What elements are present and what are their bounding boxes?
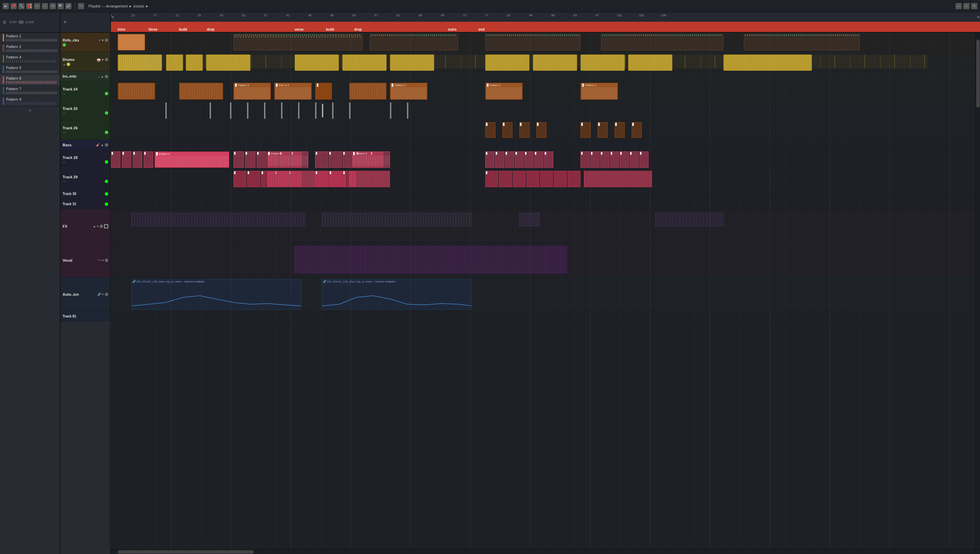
block-t26-7[interactable]: ▊	[614, 122, 625, 138]
block-t25-7[interactable]	[298, 102, 299, 119]
bass-up-icon[interactable]: ▲	[101, 143, 104, 146]
instr-up-icon[interactable]: ▲	[101, 75, 104, 78]
t30-vol-knob[interactable]	[105, 192, 108, 196]
pattern-1-item[interactable]: Pattern 1	[0, 33, 60, 43]
t29-vol-knob[interactable]	[105, 180, 108, 183]
track-26-header[interactable]: Track 26 •••	[60, 121, 110, 140]
block-t24-pattern2[interactable]: ▊ Pattern 2	[234, 83, 271, 100]
block-t26-5[interactable]: ▊	[581, 122, 591, 138]
block-refecks-2[interactable]	[234, 34, 363, 50]
block-drums-long[interactable]	[111, 53, 928, 70]
pattern-5-item[interactable]: Pattern 5	[0, 64, 60, 75]
block-t26-1[interactable]: ▊	[485, 122, 495, 138]
block-vocal-1[interactable]	[295, 246, 567, 273]
track-30-header[interactable]: Track 30	[60, 189, 110, 199]
drums-instrument-icon[interactable]: 🥁	[97, 58, 101, 62]
auto-mute-btn[interactable]	[105, 293, 108, 296]
block-fx-long[interactable]	[655, 213, 724, 226]
block-t28-small-2[interactable]: ▊	[122, 151, 131, 168]
block-automation-1[interactable]: 🔗 DS_VOLAC_125_drum_top_lo..mind – Volum…	[131, 279, 301, 310]
block-t24-4[interactable]	[349, 83, 387, 100]
fx-down-icon[interactable]: ▾	[97, 224, 99, 228]
repeat-icon[interactable]: ⟲	[50, 3, 56, 9]
block-fx-3[interactable]	[519, 213, 540, 226]
arrangement-grid[interactable]: ▊ Pattern 2 ▊ Pat..rn 2 ▊ ▊ Pattern 2 ▊ …	[111, 33, 980, 549]
block-t25-10[interactable]	[349, 102, 350, 119]
t31-vol-knob[interactable]	[105, 202, 108, 206]
block-t24-pattern2-3[interactable]: ▊ Pattern 2	[485, 83, 523, 100]
grid-row-track31[interactable]	[111, 199, 980, 209]
track-automation-header[interactable]: Auto..ion 🔗 ▾	[60, 277, 110, 311]
block-t24-pattern2-4[interactable]: ▊ Pattern 2	[581, 83, 618, 100]
block-drums-9[interactable]	[533, 54, 577, 71]
pattern-4-item[interactable]: Pattern 4	[0, 54, 60, 64]
block-drums-12[interactable]	[724, 54, 812, 71]
block-t29-long2[interactable]	[349, 171, 390, 187]
restore-icon[interactable]: □	[963, 3, 969, 9]
pattern-7-item[interactable]: Pattern 7	[0, 85, 60, 96]
track-24-header[interactable]: Track 24 •••	[60, 82, 110, 101]
block-refecks-5[interactable]	[601, 34, 724, 50]
block-drums-6[interactable]	[342, 54, 387, 71]
refecks-mute-btn[interactable]	[105, 38, 108, 42]
pattern-6-item[interactable]: Pattern 6	[0, 75, 60, 85]
block-drums-11[interactable]	[628, 54, 672, 71]
track-vocal-header[interactable]: Vocal 〜 ▾	[60, 243, 110, 277]
refecks-down-icon[interactable]: ▾	[102, 38, 104, 43]
zoom-icon[interactable]: 🔍	[57, 3, 64, 9]
block-t25-3[interactable]	[230, 102, 231, 119]
track-81-header[interactable]: Track 81	[60, 311, 110, 322]
grid-row-track26[interactable]: ▊ ▊ ▊ ▊ ▊ ▊ ▊ ▊	[111, 121, 980, 140]
block-refecks-4[interactable]	[485, 34, 581, 50]
block-automation-2[interactable]: 🔗 DS_VOLAC_125_drum_top_lo..mind – Volum…	[322, 279, 472, 310]
t24-vol-knob[interactable]	[105, 92, 108, 95]
block-t26-4[interactable]: ▊	[536, 122, 546, 138]
drums-vol-knob[interactable]	[67, 63, 70, 66]
block-t24-pattern2-2[interactable]: ▊ Pattern 2	[390, 83, 427, 100]
add-track-button[interactable]: +	[63, 19, 67, 26]
track-29-header[interactable]: Track 29 •••	[60, 169, 110, 189]
block-t25-13[interactable]	[322, 104, 323, 118]
grid-row-track81[interactable]	[111, 311, 980, 322]
vocal-down-icon[interactable]: ▾	[102, 259, 104, 262]
block-t25-11[interactable]	[390, 102, 391, 119]
ruler-scroll-right[interactable]: ▶	[977, 15, 980, 19]
fx-mute-btn[interactable]	[100, 224, 103, 228]
grid-row-track25[interactable]	[111, 101, 980, 121]
drums-up-icon[interactable]: ▲	[63, 63, 66, 66]
track-25-header[interactable]: Track 25 •••	[60, 101, 110, 121]
block-t29-long3[interactable]	[584, 171, 652, 187]
grid-row-drums[interactable]	[111, 52, 980, 72]
block-t28-pattern6[interactable]: ▊ Pattern 6	[154, 151, 229, 168]
vocal-mute-btn[interactable]	[105, 259, 108, 262]
maximize-icon[interactable]: —	[956, 3, 962, 9]
block-t25-9[interactable]	[332, 102, 334, 119]
block-refecks-1[interactable]	[118, 34, 145, 50]
fx-up-icon[interactable]: ▲	[93, 224, 96, 228]
grid-row-fx[interactable]	[111, 209, 980, 243]
horizontal-scrollbar[interactable]	[111, 549, 980, 554]
block-t25-6[interactable]	[281, 102, 282, 119]
add-pattern-button[interactable]: +	[0, 107, 60, 115]
magnet-icon[interactable]: 🧲	[26, 3, 32, 9]
block-t26-2[interactable]: ▊	[502, 122, 512, 138]
drums-down-icon[interactable]: ▾	[102, 57, 104, 62]
block-t25-4[interactable]	[247, 102, 248, 119]
block-drums-3[interactable]	[186, 54, 203, 71]
block-t25-1[interactable]	[165, 102, 167, 119]
block-t25-12[interactable]	[407, 102, 408, 119]
block-drums-1[interactable]	[118, 54, 162, 71]
mute-icon[interactable]: ○	[42, 3, 48, 9]
drums-mute-btn[interactable]	[105, 58, 108, 61]
track-28-header[interactable]: Track 28 •••	[60, 150, 110, 169]
block-t28-small-3[interactable]: ▊	[133, 151, 142, 168]
refecks-add-icon[interactable]: +	[99, 38, 101, 42]
refecks-vol-knob[interactable]	[63, 43, 66, 47]
block-drums-4[interactable]	[206, 54, 250, 71]
tools-icon[interactable]: 🔧	[18, 3, 24, 9]
block-t25-8[interactable]	[315, 102, 317, 119]
block-t28-bass-2[interactable]: ▊ Pattern 6	[267, 151, 308, 168]
block-t28-small-1[interactable]: ▊	[111, 151, 121, 168]
block-t26-8[interactable]: ▊	[632, 122, 642, 138]
block-t24-patrn2[interactable]: ▊ Pat..rn 2	[274, 83, 312, 100]
